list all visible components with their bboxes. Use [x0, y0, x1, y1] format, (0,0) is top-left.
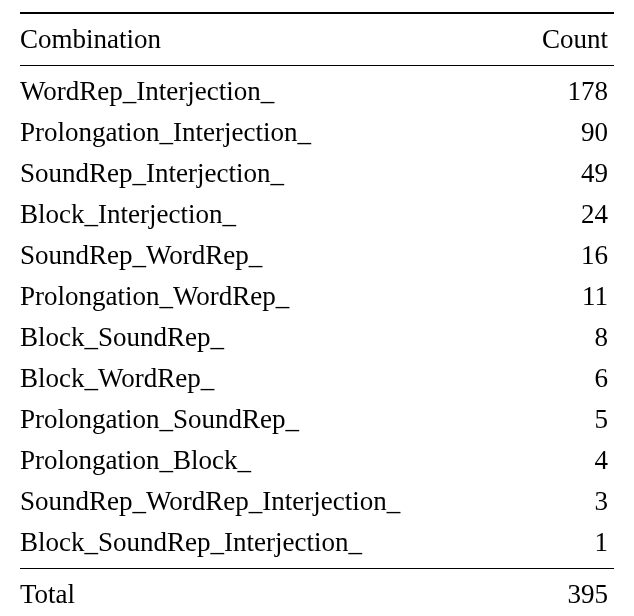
count-cell: 8	[521, 317, 614, 358]
table-row: SoundRep_WordRep_16	[20, 235, 614, 276]
count-cell: 24	[521, 194, 614, 235]
combination-cell: SoundRep_Interjection_	[20, 153, 521, 194]
combination-cell: SoundRep_WordRep_	[20, 235, 521, 276]
count-cell: 178	[521, 66, 614, 113]
count-cell: 11	[521, 276, 614, 317]
table-row: SoundRep_WordRep_Interjection_3	[20, 481, 614, 522]
table-body: WordRep_Interjection_178Prolongation_Int…	[20, 66, 614, 569]
combination-cell: Block_SoundRep_Interjection_	[20, 522, 521, 569]
combination-cell: Prolongation_WordRep_	[20, 276, 521, 317]
table-row: Block_Interjection_24	[20, 194, 614, 235]
table-row: WordRep_Interjection_178	[20, 66, 614, 113]
combination-count-table: Combination Count WordRep_Interjection_1…	[20, 12, 614, 616]
combination-cell: Block_SoundRep_	[20, 317, 521, 358]
combination-cell: Prolongation_Interjection_	[20, 112, 521, 153]
count-cell: 1	[521, 522, 614, 569]
table-row: Prolongation_SoundRep_5	[20, 399, 614, 440]
combination-cell: Block_Interjection_	[20, 194, 521, 235]
table-total-row: Total 395	[20, 569, 614, 617]
table-row: Prolongation_Interjection_90	[20, 112, 614, 153]
count-cell: 5	[521, 399, 614, 440]
total-label: Total	[20, 569, 521, 617]
count-cell: 49	[521, 153, 614, 194]
total-count: 395	[521, 569, 614, 617]
combination-cell: Prolongation_SoundRep_	[20, 399, 521, 440]
count-cell: 6	[521, 358, 614, 399]
count-cell: 16	[521, 235, 614, 276]
table-row: SoundRep_Interjection_49	[20, 153, 614, 194]
combination-cell: WordRep_Interjection_	[20, 66, 521, 113]
combination-cell: Block_WordRep_	[20, 358, 521, 399]
header-count: Count	[521, 13, 614, 66]
combination-cell: SoundRep_WordRep_Interjection_	[20, 481, 521, 522]
combination-cell: Prolongation_Block_	[20, 440, 521, 481]
table-row: Prolongation_Block_4	[20, 440, 614, 481]
table-header-row: Combination Count	[20, 13, 614, 66]
table-row: Block_SoundRep_8	[20, 317, 614, 358]
table-row: Block_SoundRep_Interjection_1	[20, 522, 614, 569]
table-row: Block_WordRep_6	[20, 358, 614, 399]
count-cell: 3	[521, 481, 614, 522]
table-row: Prolongation_WordRep_11	[20, 276, 614, 317]
header-combination: Combination	[20, 13, 521, 66]
count-cell: 90	[521, 112, 614, 153]
count-cell: 4	[521, 440, 614, 481]
